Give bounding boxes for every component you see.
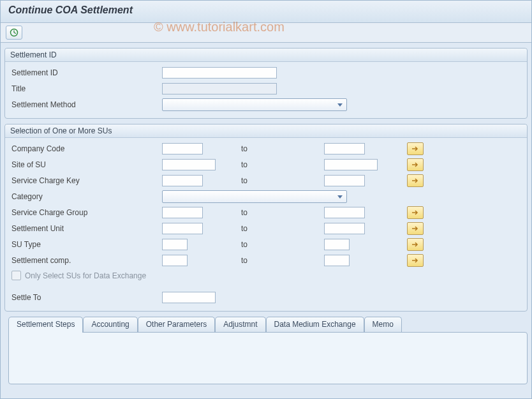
group-settlement-id: Settlement ID Settlement ID Title Settle… xyxy=(4,48,528,119)
category-select[interactable] xyxy=(162,190,347,203)
tab-other-parameters[interactable]: Other Parameters xyxy=(138,317,215,332)
settlement-id-input[interactable] xyxy=(162,67,277,79)
arrow-right-icon xyxy=(411,225,419,232)
settlement-comp-label: Settlement comp. xyxy=(11,256,162,265)
settlement-method-label: Settlement Method xyxy=(11,100,162,109)
company-code-from[interactable] xyxy=(162,143,203,154)
company-code-to[interactable] xyxy=(324,143,365,154)
company-code-multi-btn[interactable] xyxy=(407,142,424,155)
su-type-multi-btn[interactable] xyxy=(407,238,424,251)
window-title: Continue COA Settlement xyxy=(8,4,133,15)
service-charge-key-from[interactable] xyxy=(162,175,203,186)
to-label: to xyxy=(203,224,324,233)
to-label: to xyxy=(188,256,324,265)
to-label: to xyxy=(216,160,324,169)
only-select-row: Only Select SUs for Data Exchange xyxy=(11,271,521,280)
group-body: Settlement ID Title Settlement Method xyxy=(5,62,527,118)
arrow-right-icon xyxy=(411,146,419,152)
site-of-su-to[interactable] xyxy=(324,159,378,170)
settlement-comp-from[interactable] xyxy=(162,255,188,266)
settlement-unit-to[interactable] xyxy=(324,223,365,234)
chevron-down-icon xyxy=(337,195,343,199)
site-of-su-label: Site of SU xyxy=(11,160,162,169)
execute-button[interactable] xyxy=(6,26,22,40)
group-body-su: Company Code to Site of SU to xyxy=(5,138,527,311)
su-type-to[interactable] xyxy=(324,239,350,250)
service-charge-group-to[interactable] xyxy=(324,207,365,218)
tab-memo[interactable]: Memo xyxy=(364,317,402,332)
settlement-unit-from[interactable] xyxy=(162,223,203,234)
service-charge-group-multi-btn[interactable] xyxy=(407,206,424,219)
settle-to-input[interactable] xyxy=(162,292,216,303)
to-label: to xyxy=(203,208,324,217)
site-of-su-from[interactable] xyxy=(162,159,216,170)
service-charge-group-from[interactable] xyxy=(162,207,203,218)
company-code-label: Company Code xyxy=(11,144,162,153)
clock-execute-icon xyxy=(10,28,18,37)
settlement-comp-multi-btn[interactable] xyxy=(407,254,424,267)
service-charge-group-label: Service Charge Group xyxy=(11,208,162,217)
tab-adjustmnt[interactable]: Adjustmnt xyxy=(215,317,265,332)
service-charge-key-to[interactable] xyxy=(324,175,365,186)
su-type-from[interactable] xyxy=(162,239,188,250)
toolbar xyxy=(1,23,531,43)
category-label: Category xyxy=(11,192,162,201)
arrow-right-icon xyxy=(411,257,419,264)
settle-to-label: Settle To xyxy=(11,293,162,302)
tab-content-area xyxy=(8,332,528,384)
tab-settlement-steps[interactable]: Settlement Steps xyxy=(8,317,83,333)
arrow-right-icon xyxy=(411,241,419,248)
settlement-comp-to[interactable] xyxy=(324,255,350,266)
settlement-method-select[interactable] xyxy=(162,98,347,111)
to-label: to xyxy=(203,176,324,185)
group-header-su: Selection of One or More SUs xyxy=(5,124,527,138)
only-select-checkbox xyxy=(11,271,21,280)
settlement-unit-label: Settlement Unit xyxy=(11,224,162,233)
svg-line-2 xyxy=(14,33,16,34)
tabstrip: Settlement Steps Accounting Other Parame… xyxy=(8,317,528,332)
only-select-label: Only Select SUs for Data Exchange xyxy=(25,271,146,280)
tab-data-medium-exchange[interactable]: Data Medium Exchange xyxy=(266,317,364,332)
group-header: Settlement ID xyxy=(5,49,527,62)
title-input xyxy=(162,83,277,94)
su-type-label: SU Type xyxy=(11,240,162,249)
group-su-selection: Selection of One or More SUs Company Cod… xyxy=(4,124,528,312)
arrow-right-icon xyxy=(411,177,419,184)
settlement-id-label: Settlement ID xyxy=(11,68,162,77)
arrow-right-icon xyxy=(411,162,419,168)
service-charge-key-multi-btn[interactable] xyxy=(407,174,424,187)
site-of-su-multi-btn[interactable] xyxy=(407,158,424,171)
title-label: Title xyxy=(11,84,162,93)
window-title-bar: Continue COA Settlement xyxy=(1,1,531,23)
app-window: Continue COA Settlement © www.tutorialka… xyxy=(0,0,532,399)
to-label: to xyxy=(203,144,324,153)
service-charge-key-label: Service Charge Key xyxy=(11,176,162,185)
to-label: to xyxy=(188,240,324,249)
arrow-right-icon xyxy=(411,209,419,216)
settlement-unit-multi-btn[interactable] xyxy=(407,222,424,235)
chevron-down-icon xyxy=(337,103,343,107)
tab-accounting[interactable]: Accounting xyxy=(83,317,137,332)
